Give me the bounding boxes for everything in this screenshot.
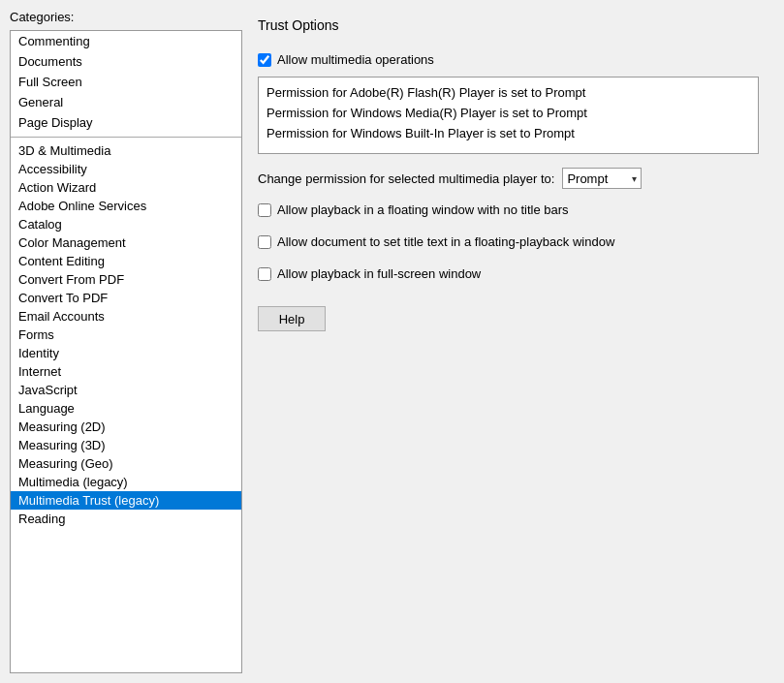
title-text-row: Allow document to set title text in a fl… xyxy=(258,234,759,249)
permission-selector-row: Change permission for selected multimedi… xyxy=(258,168,759,189)
section-title: Trust Options xyxy=(258,17,759,33)
trust-options-box: Allow multimedia operations Permission f… xyxy=(258,45,759,339)
title-text-checkbox[interactable] xyxy=(258,235,271,249)
help-button[interactable]: Help xyxy=(258,306,326,331)
permission-line: Permission for Adobe(R) Flash(R) Player … xyxy=(267,83,750,104)
sidebar-item-language[interactable]: Language xyxy=(11,399,241,418)
sidebar-item-general[interactable]: General xyxy=(11,92,241,112)
floating-window-label: Allow playback in a floating window with… xyxy=(277,202,569,217)
sidebar-item-reading[interactable]: Reading xyxy=(11,510,241,528)
sidebar-item-measuring-3d[interactable]: Measuring (3D) xyxy=(11,436,241,454)
fullscreen-row: Allow playback in full-screen window xyxy=(258,266,759,281)
right-panel: Trust Options Allow multimedia operation… xyxy=(242,10,774,673)
permissions-box: Permission for Adobe(R) Flash(R) Player … xyxy=(258,77,759,154)
sidebar-item-3d-multimedia[interactable]: 3D & Multimedia xyxy=(11,141,241,160)
dialog-content: Categories: CommentingDocumentsFull Scre… xyxy=(10,10,774,673)
allow-multimedia-row: Allow multimedia operations xyxy=(258,52,759,67)
permission-dropdown[interactable]: PromptAlwaysNever xyxy=(563,169,641,188)
sidebar-item-catalog[interactable]: Catalog xyxy=(11,215,241,233)
permission-line: Permission for Windows Built-In Player i… xyxy=(267,124,750,144)
categories-label: Categories: xyxy=(10,10,242,24)
allow-multimedia-checkbox[interactable] xyxy=(258,53,271,67)
sidebar-item-multimedia-legacy[interactable]: Multimedia (legacy) xyxy=(11,473,241,491)
sidebar-item-convert-from-pdf[interactable]: Convert From PDF xyxy=(11,270,241,289)
sidebar-item-content-editing[interactable]: Content Editing xyxy=(11,252,241,270)
sidebar-item-multimedia-trust-legacy[interactable]: Multimedia Trust (legacy) xyxy=(11,491,241,510)
sidebar-item-internet[interactable]: Internet xyxy=(11,362,241,381)
permission-dropdown-wrapper[interactable]: PromptAlwaysNever xyxy=(562,168,642,189)
sidebar-item-documents[interactable]: Documents xyxy=(11,51,241,72)
sidebar-item-action-wizard[interactable]: Action Wizard xyxy=(11,178,241,197)
floating-window-row: Allow playback in a floating window with… xyxy=(258,202,759,217)
checkbox-options: Allow playback in a floating window with… xyxy=(258,202,759,291)
permission-line: Permission for Windows Media(R) Player i… xyxy=(267,104,750,124)
floating-window-checkbox[interactable] xyxy=(258,203,271,217)
sidebar-item-measuring-2d[interactable]: Measuring (2D) xyxy=(11,418,241,436)
sidebar-item-javascript[interactable]: JavaScript xyxy=(11,381,241,399)
categories-list[interactable]: CommentingDocumentsFull ScreenGeneralPag… xyxy=(10,30,242,673)
sidebar-item-measuring-geo[interactable]: Measuring (Geo) xyxy=(11,454,241,473)
sidebar-item-color-management[interactable]: Color Management xyxy=(11,233,241,252)
top-category-group: CommentingDocumentsFull ScreenGeneralPag… xyxy=(11,31,241,138)
sidebar-item-adobe-online-services[interactable]: Adobe Online Services xyxy=(11,197,241,215)
sidebar-item-commenting[interactable]: Commenting xyxy=(11,31,241,51)
sidebar-item-email-accounts[interactable]: Email Accounts xyxy=(11,307,241,326)
sidebar-item-identity[interactable]: Identity xyxy=(11,344,241,362)
sidebar-item-page-display[interactable]: Page Display xyxy=(11,112,241,133)
fullscreen-label: Allow playback in full-screen window xyxy=(277,266,481,281)
sidebar-item-full-screen[interactable]: Full Screen xyxy=(11,72,241,92)
title-text-label: Allow document to set title text in a fl… xyxy=(277,234,614,249)
sidebar-item-convert-to-pdf[interactable]: Convert To PDF xyxy=(11,289,241,307)
fullscreen-checkbox[interactable] xyxy=(258,267,271,281)
sidebar-item-forms[interactable]: Forms xyxy=(11,326,241,344)
sidebar-item-accessibility[interactable]: Accessibility xyxy=(11,160,241,178)
left-panel: Categories: CommentingDocumentsFull Scre… xyxy=(10,10,242,673)
dialog-container: Categories: CommentingDocumentsFull Scre… xyxy=(0,0,784,683)
allow-multimedia-label: Allow multimedia operations xyxy=(277,52,434,67)
permission-selector-label: Change permission for selected multimedi… xyxy=(258,171,554,186)
